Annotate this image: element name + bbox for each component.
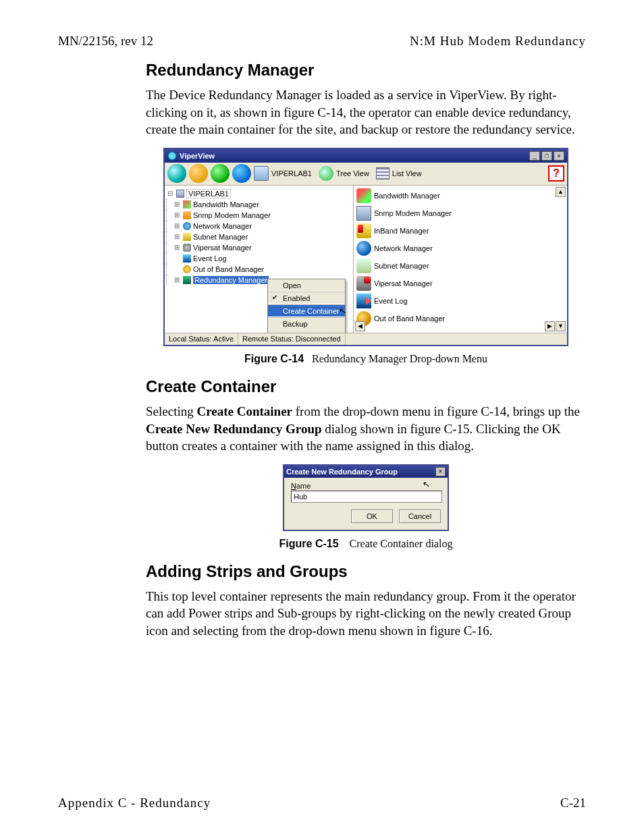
dialog-title: Create New Redundancy Group [286,468,435,476]
help-icon[interactable]: ? [548,165,564,182]
list-item[interactable]: Event Log [356,292,564,310]
forward-icon[interactable] [232,164,251,183]
ctx-restore[interactable]: Restore [268,330,345,333]
tree-view-label: Tree View [336,169,369,177]
heading-adding-strips: Adding Strips and Groups [146,562,586,581]
app-icon [167,151,177,161]
snmp-icon [183,211,191,219]
cursor-icon: ↖ [338,305,347,316]
list-item[interactable]: InBand Manager [356,222,564,240]
window-titlebar[interactable]: ViperView _ □ × [165,149,567,163]
tree-item-label: Redundancy Manager [193,276,269,284]
figure-c15-caption: Figure C-15 Create Container dialog [146,538,586,550]
bandwidth-icon [356,188,371,203]
tree-root-label: VIPERLAB1 [186,189,231,198]
bandwidth-icon [183,200,191,209]
tree-item-label: Out of Band Manager [193,265,264,273]
list-item-label: Vipersat Manager [374,279,433,287]
header-right: N:M Hub Modem Redundancy [410,34,586,49]
list-item[interactable]: Bandwidth Manager [356,187,564,204]
ctx-open[interactable]: Open [268,279,345,292]
tree-item-label: Vipersat Manager [193,244,252,252]
tree-item[interactable]: ⊞Vipersat Manager [166,242,352,253]
scroll-down-button[interactable]: ▼ [556,321,566,331]
ok-button[interactable]: OK [351,509,393,523]
back-icon[interactable] [211,164,230,183]
vipersat-icon [183,244,191,252]
tree-item-label: Network Manager [193,222,252,230]
viperview-window: ViperView _ □ × VIPERLAB1 Tree View List… [163,148,568,346]
para-create-container: Selecting Create Container from the drop… [146,403,586,455]
network-icon [356,241,371,256]
status-bar: Local Status: Active Remote Status: Disc… [165,333,567,345]
subnet-icon [356,258,371,273]
pc-icon [176,190,184,198]
list-item-label: Bandwidth Manager [374,192,440,200]
dialog-close-button[interactable]: × [435,467,446,476]
status-local: Local Status: Active [165,333,238,345]
tree-item[interactable]: Out of Band Manager [166,264,352,275]
minimize-button[interactable]: _ [529,151,540,161]
tree-item[interactable]: Event Log [166,253,352,264]
close-button[interactable]: × [554,151,564,161]
tree-item[interactable]: ⊞Subnet Manager [166,231,352,242]
home-icon[interactable] [189,164,208,183]
list-view-label: List View [392,169,422,177]
scroll-right-button[interactable]: ▶ [545,321,555,331]
maximize-button[interactable]: □ [541,151,552,161]
header-left: MN/22156, rev 12 [58,34,153,49]
eventlog-icon [356,294,371,308]
outofband-icon [183,265,191,273]
list-item-label: InBand Manager [374,227,429,235]
inband-icon [356,223,371,238]
cursor-icon: ↖ [422,478,431,490]
globe-icon[interactable] [167,164,186,183]
list-item-label: Network Manager [374,244,433,252]
list-item[interactable]: Snmp Modem Manager [356,204,564,222]
name-input[interactable] [291,491,442,503]
list-item-label: Out of Band Manager [374,314,445,323]
tree-item-label: Event Log [193,254,227,263]
name-field-label: Name [291,482,441,490]
network-icon [183,222,191,230]
tree-item[interactable]: ⊞Network Manager [166,221,352,231]
scroll-left-button[interactable]: ◀ [355,321,365,331]
dialog-titlebar[interactable]: Create New Redundancy Group × [284,466,448,478]
footer-right: C-21 [560,796,586,810]
list-item[interactable]: Vipersat Manager [356,275,564,292]
toolbar: VIPERLAB1 Tree View List View ? [165,163,567,186]
para-adding-strips: This top level container represents the … [146,588,586,640]
host-icon[interactable] [254,166,269,181]
tree-item-label: Snmp Modem Manager [193,211,271,219]
host-label: VIPERLAB1 [271,169,312,177]
list-view-icon[interactable] [376,167,390,180]
tree-item-label: Bandwidth Manager [193,200,259,209]
context-menu: Open Enabled Create Container Backup Res… [267,279,346,333]
scroll-up-button[interactable]: ▲ [556,187,566,197]
snmp-icon [356,206,371,221]
ctx-create-container[interactable]: Create Container [268,305,345,318]
footer-left: Appendix C - Redundancy [58,796,211,810]
figure-c14-caption: Figure C-14 Redundancy Manager Drop-down… [146,353,586,365]
cancel-button[interactable]: Cancel [399,509,441,523]
list-item[interactable]: Subnet Manager [356,257,564,275]
vipersat-icon [356,276,371,291]
list-item-label: Event Log [374,297,408,305]
heading-redundancy-manager: Redundancy Manager [146,61,586,80]
para-redundancy-manager: The Device Redundancy Manager is loaded … [146,86,586,138]
tree-panel: ⊟VIPERLAB1 ⊞Bandwidth Manager ⊞Snmp Mode… [165,186,354,333]
create-redundancy-dialog: Create New Redundancy Group × ↖ Name OK … [283,464,449,531]
ctx-backup[interactable]: Backup [268,318,345,330]
tree-view-icon[interactable] [319,166,333,181]
redundancy-icon [183,276,191,284]
list-item[interactable]: Out of Band Manager [356,310,564,327]
list-item[interactable]: Network Manager [356,240,564,257]
list-panel: ▲ Bandwidth Manager Snmp Modem Manager I… [354,186,567,333]
subnet-icon [183,233,191,241]
ctx-enabled[interactable]: Enabled [268,292,345,305]
tree-item[interactable]: ⊞Bandwidth Manager [166,199,352,210]
tree-item[interactable]: ⊞Snmp Modem Manager [166,210,352,221]
status-remote: Remote Status: Disconnected [238,333,346,345]
heading-create-container: Create Container [146,377,586,396]
tree-root[interactable]: ⊟VIPERLAB1 [166,188,352,199]
